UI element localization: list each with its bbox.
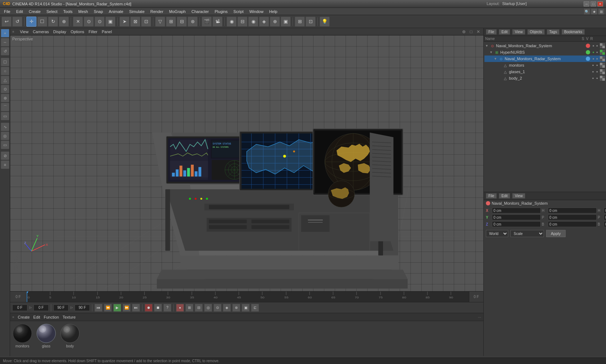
display4-button[interactable]: ◈ (259, 17, 269, 27)
am-edit-btn[interactable]: Edit (499, 193, 510, 199)
anim-mode5-button[interactable]: ◈ (223, 304, 231, 312)
tree-body[interactable]: ▶ △ body_2 ● ● (484, 75, 605, 81)
menu-help[interactable]: Help (267, 9, 280, 14)
tool-arc[interactable]: ◎ (1, 132, 9, 140)
am-file-btn[interactable]: File (486, 193, 497, 199)
material-glass[interactable]: glass (36, 323, 56, 348)
tool-rect[interactable]: ▭ (1, 141, 9, 149)
menu-select[interactable]: Select (44, 9, 60, 14)
tree-hypernurbs[interactable]: ▼ ⊞ HyperNURBS ● ● (484, 49, 605, 56)
help-button[interactable]: ? (163, 304, 171, 312)
viewport[interactable]: Perspective (10, 35, 483, 291)
layout-button3[interactable]: ⊟ (177, 17, 187, 27)
vp-fullscreen-icon[interactable]: □ (468, 29, 474, 35)
menu-file[interactable]: File (1, 9, 13, 14)
tool-box[interactable]: ☐ (1, 58, 9, 66)
next-frame-button[interactable]: ⏩ (123, 304, 131, 312)
menu-script[interactable]: Script (231, 9, 246, 14)
frame-range-end2-input[interactable] (75, 305, 90, 311)
goto-end-button[interactable]: ⏭ (132, 304, 140, 312)
keyframe-button[interactable]: ● (176, 304, 184, 312)
anim-mode8-button[interactable]: ⊏ (251, 304, 259, 312)
om-bookmarks-btn[interactable]: Bookmarks (562, 29, 585, 35)
material-monitors[interactable]: monitors (12, 323, 32, 348)
world-select[interactable]: World Local Screen (486, 230, 508, 237)
bp-menu-texture[interactable]: Texture (62, 315, 75, 319)
film-button[interactable]: 🎬 (202, 17, 212, 27)
circle-select-button[interactable]: ⊙ (84, 17, 94, 27)
h-size-input[interactable] (548, 208, 597, 213)
vp-menu-display[interactable]: Display (53, 30, 66, 34)
tool-spline[interactable]: ∿ (1, 123, 9, 131)
tree-naval-system2[interactable]: ▼ ⊙ Naval_Monitors_Radar_System ● ● (484, 56, 605, 62)
frame-range-end-input[interactable] (53, 305, 69, 311)
menu-window[interactable]: Window (247, 9, 266, 14)
wire-button[interactable]: ⊟ (237, 17, 247, 27)
light-button[interactable]: 💡 (320, 17, 330, 27)
om-objects-btn[interactable]: Objects (527, 29, 545, 35)
bp-menu-create[interactable]: Create (18, 315, 30, 319)
poly-select-button[interactable]: ▣ (105, 17, 115, 27)
rect-select-button[interactable]: ⊙ (95, 17, 105, 27)
om-view-btn[interactable]: View (512, 29, 525, 35)
menu-tools[interactable]: Tools (61, 9, 75, 14)
p-rot-input[interactable] (604, 214, 606, 220)
tool-plane[interactable]: ▭ (1, 112, 9, 120)
rotate-tool-button[interactable]: ↻ (48, 17, 58, 27)
tool-cylinder[interactable]: ⊙ (1, 85, 9, 93)
goto-start-button[interactable]: ⏮ (95, 304, 102, 312)
record-button[interactable]: ⏺ (145, 304, 153, 312)
z-pos-input[interactable] (492, 221, 541, 227)
display5-button[interactable]: ⊕ (270, 17, 280, 27)
menu-character[interactable]: Character (189, 9, 211, 14)
vp-expand-icon[interactable]: ⊕ (461, 29, 467, 35)
tool-knife[interactable]: ⊘ (1, 151, 9, 160)
bookmarks-icon[interactable]: ⊞ (598, 8, 605, 15)
menu-simulate[interactable]: Simulate (127, 9, 147, 14)
vp-menu-options[interactable]: Options (71, 30, 84, 34)
search-icon[interactable]: 🔍 (584, 8, 590, 15)
anim-mode6-button[interactable]: ⊛ (232, 304, 240, 312)
render-view-button[interactable]: ⊡ (141, 17, 151, 27)
menu-plugins[interactable]: Plugins (212, 9, 230, 14)
maximize-button[interactable]: □ (590, 1, 596, 6)
tree-naval-system[interactable]: ▼ ⊙ Naval_Monitors_Radar_System ● ● (484, 43, 605, 49)
tree-monitors[interactable]: ▶ △ monitors ● ● (484, 62, 605, 68)
tool-sphere2[interactable]: ○ (1, 67, 9, 75)
vp-menu-cameras[interactable]: Cameras (33, 30, 49, 34)
menu-animate[interactable]: Animate (106, 9, 126, 14)
redo-button[interactable]: ↺ (12, 17, 22, 27)
minimize-button[interactable]: ─ (584, 1, 589, 6)
am-view-btn[interactable]: View (512, 193, 525, 199)
menu-edit[interactable]: Edit (14, 9, 26, 14)
view1-button[interactable]: ⊞ (295, 17, 305, 27)
timeline-ruler[interactable]: 0 5 10 15 20 25 30 35 40 (27, 292, 469, 302)
tool-grid[interactable]: ≡ (1, 160, 9, 169)
tool-move[interactable]: + (1, 29, 9, 37)
play-button[interactable]: ▶ (113, 304, 121, 312)
render-button[interactable]: ➤ (119, 17, 129, 27)
current-frame-input[interactable] (12, 305, 27, 311)
layout-button2[interactable]: ⊞ (166, 17, 176, 27)
tool-scale[interactable]: ↔ (1, 38, 9, 46)
bp-menu-function[interactable]: Function (44, 315, 59, 319)
move-tool-button[interactable]: ✛ (26, 17, 36, 27)
vp-menu-panel[interactable]: Panel (102, 30, 112, 34)
layout-button4[interactable]: ⊛ (188, 17, 198, 27)
render-settings-button[interactable]: ⊠ (130, 17, 140, 27)
apply-button[interactable]: Apply (546, 230, 566, 237)
bp-expand-icon[interactable]: ··· (478, 315, 481, 319)
vp-menu-filter[interactable]: Filter (89, 30, 97, 34)
p-size-input[interactable] (548, 214, 597, 220)
menu-mograph[interactable]: MoGraph (167, 9, 188, 14)
render-anim-button[interactable]: 📽 (212, 17, 223, 27)
tree-glases[interactable]: ▶ △ glases_1 ● ● (484, 68, 605, 75)
tool-capsule[interactable]: ⌒ (1, 103, 9, 111)
star-icon[interactable]: ★ (591, 8, 597, 15)
gouraud-button[interactable]: ◉ (227, 17, 237, 27)
frame-range-start-input[interactable] (34, 305, 49, 311)
scale-tool-button[interactable]: ⊕ (59, 17, 69, 27)
close-button[interactable]: ✕ (597, 1, 603, 6)
om-tags-btn[interactable]: Tags (547, 29, 559, 35)
tool-cone[interactable]: △ (1, 76, 9, 84)
